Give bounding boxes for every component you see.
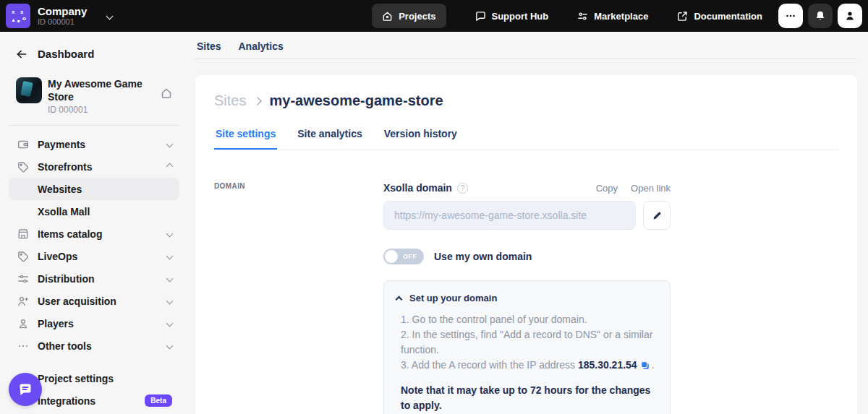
sidebar-item-items-catalog[interactable]: Items catalog — [9, 223, 179, 245]
arrow-left-icon — [16, 48, 27, 60]
nav-spacer — [9, 357, 179, 367]
sidebar-item-players[interactable]: Players — [9, 312, 179, 335]
copy-ip-icon[interactable] — [640, 361, 650, 371]
project-id: ID 000001 — [48, 105, 161, 115]
sidebar-item-payments[interactable]: Payments — [9, 133, 179, 155]
xsolla-domain-input[interactable] — [383, 201, 636, 230]
chevron-down-icon — [166, 141, 174, 148]
shop-icon — [17, 228, 29, 240]
nav-projects-label: Projects — [399, 11, 435, 22]
chat-icon — [475, 11, 486, 22]
tab-version-history[interactable]: Version history — [383, 128, 459, 150]
top-nav: Projects Support Hub Marketplace Documen… — [372, 4, 762, 28]
nav-support-hub[interactable]: Support Hub — [475, 4, 549, 28]
chevron-right-icon — [254, 97, 262, 105]
user-icon — [844, 10, 856, 22]
top-actions — [778, 4, 862, 28]
ellipsis-icon — [785, 10, 796, 22]
site-settings-card: Sites my-awesome-game-store Site setting… — [195, 75, 857, 414]
tab-analytics[interactable]: Analytics — [238, 40, 283, 59]
wallet-icon — [17, 139, 29, 150]
divider — [195, 59, 857, 59]
chat-bubble-icon — [17, 381, 33, 397]
setup-step-2: 2. In the settings, find "Add a record t… — [401, 327, 658, 358]
help-tooltip-icon[interactable]: ? — [457, 183, 468, 194]
breadcrumb-sites[interactable]: Sites — [214, 92, 246, 109]
breadcrumb-current: my-awesome-game-store — [269, 92, 443, 109]
breadcrumb: Sites my-awesome-game-store — [214, 92, 838, 109]
nav-marketplace[interactable]: Marketplace — [577, 4, 648, 28]
setup-panel-header[interactable]: Set up your domain — [396, 293, 658, 303]
sidebar-item-storefronts[interactable]: Storefronts — [9, 155, 179, 178]
sidebar: Dashboard My Awesome Game Store ID 00000… — [0, 32, 188, 414]
project-name: My Awesome Game Store — [48, 77, 161, 103]
external-link-icon — [677, 11, 688, 22]
toggle-state-label: OFF — [403, 253, 417, 260]
nav-documentation[interactable]: Documentation — [677, 4, 762, 28]
tab-sites[interactable]: Sites — [197, 40, 221, 59]
sidebar-item-distribution[interactable]: Distribution — [9, 267, 179, 290]
chevron-down-icon — [166, 230, 174, 238]
xsolla-logo-icon[interactable]: xs ▲■o — [6, 4, 30, 28]
tag-icon — [17, 251, 29, 262]
sidebar-item-label: LiveOps — [38, 251, 77, 262]
account-button[interactable] — [838, 4, 862, 28]
more-options-button[interactable] — [778, 4, 803, 28]
sliders-icon — [577, 11, 588, 22]
sidebar-item-other-tools[interactable]: Other tools — [9, 335, 179, 357]
chevron-down-icon — [166, 320, 174, 327]
chevron-up-icon — [396, 296, 403, 303]
setup-step-3: 3. Add the A record with the IP address … — [401, 358, 658, 373]
setup-panel-title: Set up your domain — [409, 293, 497, 303]
chevron-down-icon — [166, 253, 174, 260]
own-domain-label: Use my own domain — [434, 251, 532, 262]
top-bar: xs ▲■o Company ID 000001 Projects Suppor… — [0, 0, 868, 32]
ellipsis-icon — [17, 340, 29, 352]
chevron-down-icon — [166, 275, 174, 283]
nav-projects[interactable]: Projects — [372, 4, 446, 28]
site-tabs: Site settings Site analytics Version his… — [214, 128, 838, 150]
sidebar-item-label: Payments — [38, 139, 85, 150]
back-to-dashboard[interactable]: Dashboard — [9, 42, 179, 66]
company-name: Company — [38, 5, 87, 17]
sidebar-item-label: Distribution — [38, 273, 95, 285]
company-switcher[interactable]: Company ID 000001 — [38, 5, 87, 27]
project-header[interactable]: My Awesome Game Store ID 000001 — [16, 77, 172, 115]
nav-marketplace-label: Marketplace — [594, 11, 648, 22]
user-plus-icon — [17, 296, 29, 307]
main-tabs: Sites Analytics — [195, 32, 857, 59]
sidebar-item-xsolla-mall[interactable]: Xsolla Mall — [9, 200, 179, 223]
copy-link[interactable]: Copy — [596, 183, 618, 194]
sidebar-item-label: Xsolla Mall — [38, 206, 90, 217]
tab-site-analytics[interactable]: Site analytics — [296, 128, 364, 150]
sliders-icon — [17, 273, 29, 285]
nav-support-hub-label: Support Hub — [492, 11, 549, 22]
sidebar-item-liveops[interactable]: LiveOps — [9, 245, 179, 267]
open-link[interactable]: Open link — [631, 183, 671, 194]
sidebar-item-user-acquisition[interactable]: User acquisition — [9, 290, 179, 312]
chevron-down-icon[interactable] — [106, 12, 114, 20]
setup-steps: 1. Go to the control panel of your domai… — [396, 312, 658, 373]
sidebar-item-label: Integrations — [38, 395, 95, 407]
notifications-button[interactable] — [808, 4, 833, 28]
setup-domain-panel: Set up your domain 1. Go to the control … — [383, 280, 671, 414]
main-area: Sites Analytics Sites my-awesome-game-st… — [188, 32, 868, 414]
xsolla-domain-label: Xsolla domain — [383, 182, 452, 194]
own-domain-toggle[interactable]: OFF — [383, 249, 424, 264]
chat-widget-button[interactable] — [9, 373, 42, 406]
beta-badge: Beta — [145, 394, 172, 407]
pencil-icon — [652, 210, 663, 221]
home-icon[interactable] — [161, 87, 172, 115]
sidebar-item-websites[interactable]: Websites — [9, 178, 179, 200]
back-label: Dashboard — [38, 48, 94, 60]
sidebar-item-label: Players — [38, 318, 74, 329]
tab-site-settings[interactable]: Site settings — [214, 128, 277, 150]
edit-domain-button[interactable] — [643, 201, 671, 230]
chevron-down-icon — [166, 298, 174, 305]
chevron-up-icon — [166, 163, 174, 171]
sidebar-item-label: Storefronts — [38, 161, 92, 173]
home-icon — [382, 11, 393, 22]
own-domain-toggle-row: OFF Use my own domain — [383, 249, 671, 264]
nav-documentation-label: Documentation — [694, 11, 762, 22]
setup-note: Note that it may take up to 72 hours for… — [396, 383, 658, 413]
